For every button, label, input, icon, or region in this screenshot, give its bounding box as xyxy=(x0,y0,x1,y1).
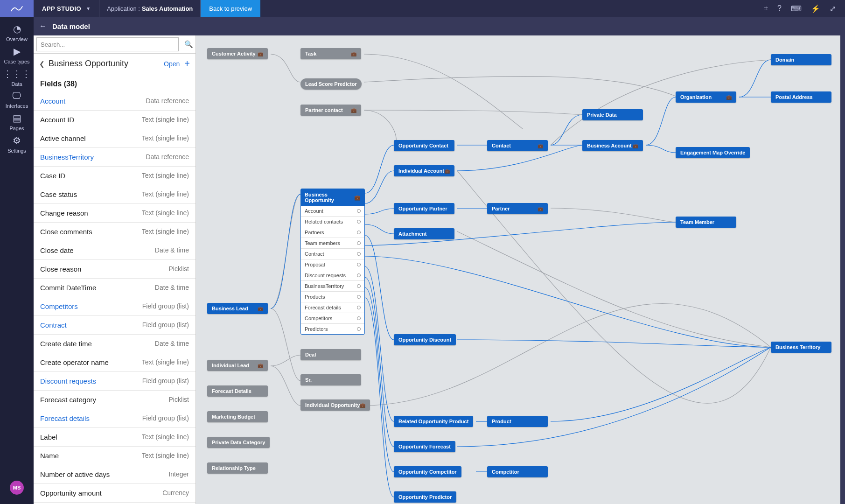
graph-node-attachment[interactable]: Attachment xyxy=(394,228,454,239)
qr-icon[interactable]: ⌗ xyxy=(764,4,768,13)
open-link[interactable]: Open xyxy=(164,60,180,68)
search-input[interactable] xyxy=(36,37,179,51)
studio-switcher[interactable]: APP STUDIO ▼ xyxy=(34,0,99,17)
expanded-row[interactable]: Discount requests xyxy=(301,270,364,281)
field-row[interactable]: CompetitorsField group (list) xyxy=(34,297,196,316)
nav-item-case-types[interactable]: ▶Case types xyxy=(3,44,31,66)
node-label: Deal xyxy=(305,352,316,357)
expanded-head[interactable]: Business Opportunity💼 xyxy=(301,189,364,206)
nav-item-overview[interactable]: ◔Overview xyxy=(3,21,31,44)
field-row[interactable]: BusinessTerritoryData reference xyxy=(34,148,196,167)
field-row[interactable]: ContractField group (list) xyxy=(34,316,196,335)
field-row[interactable]: Commit DateTimeDate & time xyxy=(34,279,196,297)
field-row[interactable]: Active channelText (single line) xyxy=(34,129,196,148)
graph-node-lead-score-predictor[interactable]: Lead Score Predictor xyxy=(300,78,362,90)
back-arrow-icon[interactable]: ← xyxy=(34,22,52,30)
graph-node-opportunity-discount[interactable]: Opportunity Discount xyxy=(394,334,456,345)
search-icon[interactable]: 🔍 xyxy=(182,40,196,49)
graph-node-individual-lead[interactable]: Individual Lead💼 xyxy=(207,360,268,371)
expanded-row[interactable]: Proposal xyxy=(301,259,364,270)
field-name: Account ID xyxy=(40,116,74,124)
graph-node-private-data-category[interactable]: Private Data Category xyxy=(207,437,270,448)
graph-node-product[interactable]: Product xyxy=(487,416,548,427)
graph-node-opportunity-partner[interactable]: Opportunity Partner xyxy=(394,203,454,214)
back-to-preview-button[interactable]: Back to preview xyxy=(201,0,260,17)
field-row[interactable]: Close dateDate & time xyxy=(34,241,196,260)
user-avatar[interactable]: MS xyxy=(10,481,24,495)
expanded-row[interactable]: Products xyxy=(301,292,364,302)
nav-item-data[interactable]: ⋮⋮⋮Data xyxy=(3,66,31,89)
graph-node-organization[interactable]: Organization💼 xyxy=(676,91,736,103)
graph-node-relationship-type[interactable]: Relationship Type xyxy=(207,462,268,474)
entity-expanded-box[interactable]: Business Opportunity💼AccountRelated cont… xyxy=(300,189,365,335)
field-name: Opportunity amount xyxy=(40,489,102,497)
bolt-icon[interactable]: ⚡ xyxy=(811,4,820,13)
help-icon[interactable]: ? xyxy=(777,4,782,13)
nav-item-settings[interactable]: ⚙Settings xyxy=(3,133,31,155)
field-row[interactable]: Change reasonText (single line) xyxy=(34,204,196,223)
graph-node-private-data[interactable]: Private Data xyxy=(582,109,643,120)
field-row[interactable]: Create operator nameText (single line) xyxy=(34,353,196,372)
graph-node-related-opportunity-product[interactable]: Related Opportunity Product xyxy=(394,416,473,427)
panel-back-icon[interactable]: ❮ xyxy=(39,60,45,68)
graph-node-opportunity-predictor[interactable]: Opportunity Predictor xyxy=(394,491,456,503)
graph-node-partner[interactable]: Partner💼 xyxy=(487,203,548,214)
expanded-row[interactable]: Partners xyxy=(301,227,364,238)
graph-node-individual-account[interactable]: Individual Account💼 xyxy=(394,165,454,176)
expand-icon[interactable]: ⤢ xyxy=(830,4,836,13)
expanded-row[interactable]: BusinessTerritory xyxy=(301,281,364,292)
field-type: Data reference xyxy=(146,153,189,161)
field-row[interactable]: Close commentsText (single line) xyxy=(34,223,196,241)
graph-canvas[interactable]: Customer Activity💼Task💼Partner contact💼I… xyxy=(196,35,845,504)
field-row[interactable]: Case IDText (single line) xyxy=(34,167,196,185)
graph-node-business-territory-node[interactable]: Business Territory xyxy=(771,342,831,353)
graph-node-business-lead[interactable]: Business Lead💼 xyxy=(207,303,268,314)
graph-node-deal[interactable]: Deal xyxy=(300,349,361,360)
field-row[interactable]: Account IDText (single line) xyxy=(34,111,196,129)
expanded-row[interactable]: Competitors xyxy=(301,313,364,324)
expanded-row[interactable]: Account xyxy=(301,206,364,217)
graph-node-competitor[interactable]: Competitor xyxy=(487,466,548,477)
fields-list[interactable]: AccountData referenceAccount IDText (sin… xyxy=(34,92,196,504)
expanded-row[interactable]: Predictors xyxy=(301,324,364,334)
expanded-row[interactable]: Team members xyxy=(301,238,364,249)
field-row[interactable]: NameText (single line) xyxy=(34,447,196,465)
expanded-row[interactable]: Contract xyxy=(301,249,364,259)
graph-node-domain[interactable]: Domain xyxy=(771,54,831,65)
graph-node-postal-address[interactable]: Postal Address xyxy=(771,91,831,103)
field-row[interactable]: Forecast categoryPicklist xyxy=(34,391,196,409)
expanded-row[interactable]: Forecast details xyxy=(301,302,364,313)
canvas-scrollbar-right[interactable] xyxy=(840,35,845,504)
expanded-row[interactable]: Related contacts xyxy=(301,217,364,227)
graph-node-task[interactable]: Task💼 xyxy=(300,48,361,59)
port-dot-icon xyxy=(357,209,361,213)
graph-node-marketing-budget[interactable]: Marketing Budget xyxy=(207,411,268,422)
nav-item-pages[interactable]: ▤Pages xyxy=(3,111,31,133)
field-row[interactable]: Number of active daysInteger xyxy=(34,465,196,484)
field-row[interactable]: Create date timeDate & time xyxy=(34,335,196,353)
graph-node-customer-activity[interactable]: Customer Activity💼 xyxy=(207,48,268,59)
field-row[interactable]: LabelText (single line) xyxy=(34,428,196,447)
field-row[interactable]: Forecast detailsField group (list) xyxy=(34,409,196,428)
field-row[interactable]: AccountData reference xyxy=(34,92,196,111)
chat-icon[interactable]: ⌨ xyxy=(791,4,802,13)
graph-node-partner-contact[interactable]: Partner contact💼 xyxy=(300,105,361,116)
field-name: Number of active days xyxy=(40,470,110,478)
graph-node-opportunity-competitor[interactable]: Opportunity Competitor xyxy=(394,466,461,477)
graph-node-engagement-map-override[interactable]: Engagement Map Override xyxy=(676,147,750,158)
graph-node-sr[interactable]: Sr. xyxy=(300,374,361,385)
field-row[interactable]: Discount requestsField group (list) xyxy=(34,372,196,391)
nav-icon: ◔ xyxy=(13,23,21,35)
field-row[interactable]: Close reasonPicklist xyxy=(34,260,196,279)
graph-node-business-account[interactable]: Business Account💼 xyxy=(582,140,643,151)
nav-item-interfaces[interactable]: 🖵Interfaces xyxy=(3,89,31,111)
graph-node-opportunity-forecast[interactable]: Opportunity Forecast xyxy=(394,441,455,452)
add-field-icon[interactable]: + xyxy=(184,58,190,69)
graph-node-team-member[interactable]: Team Member xyxy=(676,217,736,228)
graph-node-opportunity-contact[interactable]: Opportunity Contact xyxy=(394,140,454,151)
field-row[interactable]: Opportunity amountCurrency xyxy=(34,484,196,503)
field-row[interactable]: Case statusText (single line) xyxy=(34,185,196,204)
graph-node-individual-opportunity[interactable]: Individual Opportunity💼 xyxy=(300,399,370,411)
graph-node-forecast-details-node[interactable]: Forecast Details xyxy=(207,385,268,397)
graph-node-contact[interactable]: Contact💼 xyxy=(487,140,548,151)
